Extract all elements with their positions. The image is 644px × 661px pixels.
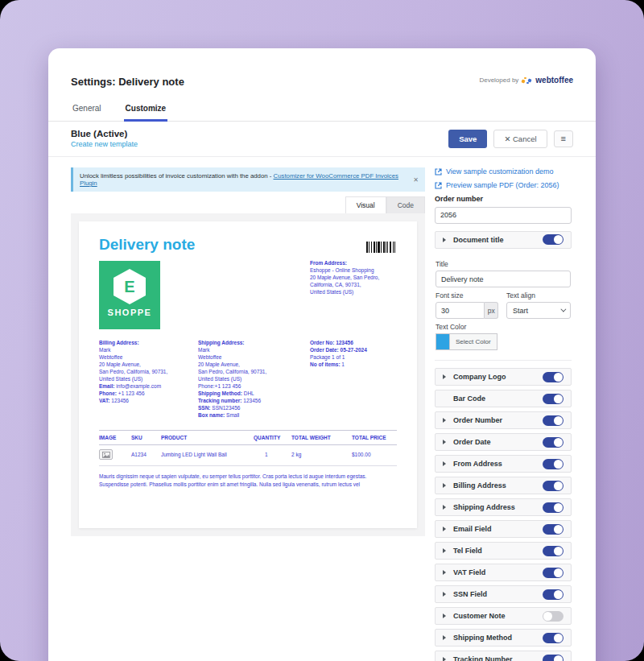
logo-hexagon-icon: E: [114, 269, 146, 304]
sidebar-panel[interactable]: Email Field: [435, 520, 572, 538]
sidebar-panel[interactable]: Shipping Method: [435, 629, 572, 647]
panel-toggle[interactable]: [543, 568, 564, 578]
shipping-address-block: Shipping Address: MarkWebtoffee20 Maple …: [198, 339, 304, 419]
save-button[interactable]: Save: [448, 130, 487, 148]
caret-right-icon: [443, 483, 446, 488]
sidebar-panel[interactable]: Bar Code: [435, 390, 572, 407]
items-value: 1: [341, 361, 345, 367]
order-number-label: Order number: [435, 195, 572, 203]
address-line: California, CA, 90731,: [310, 281, 400, 288]
notice-text: Unlock limitless possibilities of invoic…: [80, 172, 274, 180]
color-swatch[interactable]: [436, 333, 449, 350]
sidebar-panel[interactable]: Tracking Number: [435, 651, 572, 661]
items-label: No of items:: [310, 361, 341, 367]
sidebar-panel[interactable]: Order Date: [435, 433, 572, 451]
address-line: United States (US): [198, 375, 304, 382]
brand-name: webtoffee: [535, 76, 573, 85]
external-link-icon: [435, 168, 442, 176]
product-image-icon: [99, 449, 113, 460]
create-new-template-link[interactable]: Create new template: [71, 140, 138, 148]
view-demo-link[interactable]: View sample customization demo: [435, 167, 572, 176]
order-info-line: Order No: 123456: [310, 339, 400, 346]
caret-right-icon: [443, 238, 446, 242]
caret-right-icon: [443, 374, 446, 379]
panel-toggle[interactable]: [543, 611, 564, 622]
logo-letter: E: [124, 278, 134, 296]
address-line: 20 Maple Avenue,: [99, 361, 194, 368]
address-line: United States (US): [310, 288, 400, 295]
sidebar-panel[interactable]: VAT Field: [435, 564, 572, 581]
company-logo: E SHOPPE: [99, 261, 160, 329]
tab-visual[interactable]: Visual: [345, 196, 386, 213]
tab-customize[interactable]: Customize: [124, 99, 168, 122]
sidebar-panel[interactable]: Order Number: [435, 411, 572, 429]
sidebar-panel[interactable]: Billing Address: [435, 477, 572, 494]
panel-label: Order Date: [453, 438, 491, 446]
sidebar-panel[interactable]: Customer Note: [435, 607, 572, 625]
sidebar-panel[interactable]: Shipping Address: [435, 498, 572, 516]
document-title-toggle[interactable]: [543, 234, 564, 245]
product-weight: 2 kg: [291, 452, 352, 457]
address-line: 20 Maple Avenue, San Pedro,: [310, 274, 400, 281]
shipping-address-label: Shipping Address:: [198, 339, 304, 346]
panel-label: Bar Code: [453, 395, 485, 403]
order-info-line: Order Date: 05-27-2024: [310, 346, 400, 353]
panel-toggle[interactable]: [543, 394, 564, 404]
settings-window: Settings: Delivery note Developed by web…: [48, 48, 596, 661]
hamburger-menu-button[interactable]: ≡: [554, 130, 573, 147]
preview-pdf-link[interactable]: Preview sample PDF (Order: 2056): [435, 181, 572, 189]
address-line: 20 Maple Avenue,: [198, 361, 304, 368]
from-address-block: From Address: Eshoppe - Online Shopping2…: [310, 259, 400, 295]
text-align-select[interactable]: Start: [506, 302, 571, 319]
select-color-button[interactable]: Select Color: [449, 333, 497, 350]
panel-toggle[interactable]: [543, 481, 564, 491]
panel-label: Shipping Address: [453, 503, 515, 511]
tab-general[interactable]: General: [71, 99, 103, 121]
panel-label: VAT Field: [453, 568, 485, 576]
sidebar-panel[interactable]: Company Logo: [435, 368, 572, 386]
address-line: Phone:+1 123 456: [198, 382, 304, 390]
cancel-button[interactable]: ✕ Cancel: [493, 130, 547, 148]
address-field: Email: info@example.com: [99, 382, 194, 390]
panel-toggle[interactable]: [543, 459, 564, 469]
sidebar-panel[interactable]: SSN Field: [435, 585, 572, 603]
panel-label: Company Logo: [453, 373, 506, 381]
package-line: Package 1 of 1: [310, 353, 400, 361]
caret-right-icon: [443, 657, 446, 661]
caret-right-icon: [443, 461, 446, 466]
title-input[interactable]: [436, 271, 571, 287]
sidebar-panel[interactable]: Tel Field: [435, 542, 572, 560]
developed-by-label: Developed by: [479, 76, 518, 84]
panel-toggle[interactable]: [543, 437, 564, 448]
document-title: Delivery note: [99, 236, 195, 254]
panel-toggle[interactable]: [543, 546, 564, 556]
order-info-block: Order No: 123456Order Date: 05-27-2024 P…: [310, 339, 400, 368]
developed-by: Developed by webtoffee: [479, 76, 573, 85]
logo-wordmark: SHOPPE: [108, 308, 152, 317]
address-line: Eshoppe - Online Shopping: [310, 266, 400, 274]
tab-code[interactable]: Code: [386, 196, 425, 213]
caret-right-icon: [443, 635, 446, 640]
panel-toggle[interactable]: [543, 415, 564, 426]
sidebar-panel[interactable]: From Address: [435, 455, 572, 473]
caret-right-icon: [443, 440, 446, 444]
notice-close-icon[interactable]: ✕: [408, 176, 419, 184]
panel-document-title[interactable]: Document title: [435, 231, 572, 249]
panel-toggle[interactable]: [543, 524, 564, 535]
panel-label: Document title: [453, 236, 504, 244]
order-number-input[interactable]: [435, 207, 572, 224]
product-table-header: IMAGE SKU PRODUCT QUANTITY TOTAL WEIGHT …: [99, 430, 397, 445]
font-size-input[interactable]: [436, 302, 485, 319]
caret-right-icon: [443, 592, 446, 597]
panel-toggle[interactable]: [543, 589, 564, 600]
address-field: Box name: Small: [198, 411, 304, 419]
document-title-settings: Title Font size px Text align: [435, 253, 572, 361]
panel-label: Tel Field: [453, 547, 482, 555]
panel-toggle[interactable]: [543, 655, 564, 661]
panel-toggle[interactable]: [543, 502, 564, 513]
page-title: Settings: Delivery note: [71, 76, 184, 88]
product-table-row: A1234 Jumbing LED Light Wall Ball 1 2 kg…: [99, 445, 397, 466]
panel-toggle[interactable]: [543, 633, 564, 643]
panel-toggle[interactable]: [543, 372, 564, 382]
active-template-name: Blue (Active): [71, 129, 138, 138]
